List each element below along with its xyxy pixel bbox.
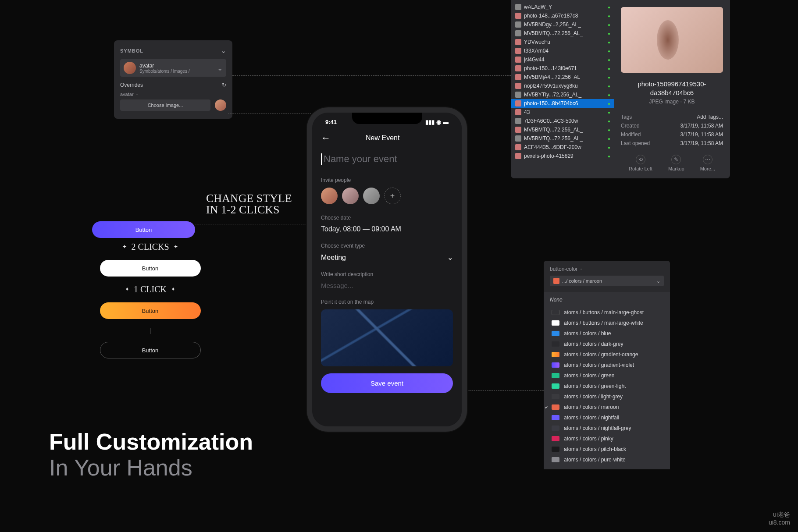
style-name: atoms / colors / pure-white — [564, 457, 626, 463]
rotate-left-button[interactable]: ⟲Rotate Left — [629, 155, 652, 171]
style-option[interactable]: atoms / colors / nightfall — [550, 412, 664, 423]
file-name: MV5BMTQ...72,256_AL_ — [524, 30, 609, 36]
style-option-list: None atoms / buttons / main-large-ghosta… — [544, 292, 670, 469]
style-option[interactable]: atoms / buttons / main-large-ghost — [550, 307, 664, 318]
invitee-avatar[interactable] — [342, 188, 359, 204]
style-option[interactable]: atoms / colors / green-light — [550, 381, 664, 391]
file-row[interactable]: photo-148...a67e187c8● — [511, 11, 614, 20]
file-row[interactable]: noplz47r59v1uxvyg8ku● — [511, 82, 614, 90]
more-icon: ⋯ — [703, 155, 712, 164]
file-row[interactable]: 43● — [511, 108, 614, 117]
invitee-avatar[interactable] — [321, 188, 338, 204]
style-name: atoms / colors / pinky — [564, 436, 613, 442]
color-swatch — [552, 383, 559, 389]
invitee-avatar[interactable] — [363, 188, 380, 204]
description-input[interactable]: Message... — [321, 282, 453, 289]
style-option[interactable]: atoms / colors / pinky — [550, 433, 664, 444]
style-option[interactable]: ✓atoms / colors / maroon — [550, 402, 664, 412]
file-row[interactable]: YDVwucFu● — [511, 38, 614, 46]
selected-style-dropdown[interactable]: .../ colors / maroon ⌄ — [550, 276, 664, 286]
file-icon — [515, 57, 521, 63]
file-row[interactable]: MV5BYTIy...72,256_AL_● — [511, 90, 614, 99]
file-row[interactable]: 7D3FA6C0...4C3-500w● — [511, 117, 614, 125]
meta-val[interactable]: Add Tags... — [697, 114, 723, 120]
preview-fileinfo: JPEG image - 7 KB — [621, 99, 723, 105]
chevron-down-icon[interactable]: ⌄ — [217, 64, 223, 72]
sync-check-icon: ● — [608, 136, 610, 141]
none-option[interactable]: None — [550, 297, 664, 303]
file-row[interactable]: pexels-photo-415829● — [511, 152, 614, 160]
chevron-down-icon[interactable]: ⌄ — [221, 46, 226, 55]
file-row[interactable]: MV5BMjA4...72,256_AL_● — [511, 73, 614, 82]
avatar-thumbnail — [124, 62, 136, 74]
color-swatch — [552, 404, 559, 410]
back-arrow-icon[interactable]: ← — [321, 132, 331, 144]
connector-line — [232, 75, 511, 76]
file-row[interactable]: AEF44435...6DDF-200w● — [511, 143, 614, 152]
file-name: MV5BYTIy...72,256_AL_ — [524, 92, 609, 98]
file-row[interactable]: MV5BMTQ...72,256_AL_● — [511, 125, 614, 134]
symbol-instance-row[interactable]: avatar Symbols/atoms / images / ⌄ — [120, 59, 226, 77]
style-option[interactable]: atoms / colors / dark-grey — [550, 339, 664, 349]
reset-overrides-icon[interactable]: ↻ — [222, 82, 226, 88]
file-name: YDVwucFu — [524, 39, 609, 45]
file-row[interactable]: MV5BMTQ...72,256_AL_● — [511, 29, 614, 38]
meta-val: 3/17/19, 11:58 AM — [680, 140, 723, 146]
file-name: MV5BMTQ...72,256_AL_ — [524, 135, 609, 142]
sample-button-outline[interactable]: Button — [100, 342, 201, 358]
symbol-inspector-panel: SYMBOL ⌄ avatar Symbols/atoms / images /… — [114, 40, 232, 119]
style-option[interactable]: atoms / colors / blue — [550, 328, 664, 339]
sync-check-icon: ● — [608, 128, 610, 132]
file-icon — [515, 21, 521, 28]
sync-check-icon: ● — [608, 154, 610, 159]
sync-check-icon: ● — [608, 101, 610, 106]
choose-image-button[interactable]: Choose Image... — [120, 99, 210, 111]
sync-check-icon: ● — [608, 5, 610, 10]
style-option[interactable]: atoms / colors / gradient-violet — [550, 360, 664, 370]
date-value[interactable]: Today, 08:00 — 09:00 AM — [321, 225, 453, 233]
save-event-button[interactable]: Save event — [321, 373, 453, 393]
event-type-dropdown[interactable]: Meeting ⌄ — [321, 253, 453, 262]
color-swatch — [552, 426, 559, 431]
file-row[interactable]: jsi4Gv44● — [511, 55, 614, 64]
sync-check-icon: ● — [608, 66, 610, 71]
check-icon: ✓ — [545, 404, 549, 410]
file-icon — [515, 135, 521, 142]
annotation-one-click: 1 CLICK — [125, 284, 175, 294]
file-row[interactable]: wALAqW_Y● — [511, 3, 614, 11]
file-row[interactable]: photo-150...8b4704bc6● — [511, 99, 614, 108]
file-icon — [515, 118, 521, 124]
style-option[interactable]: atoms / colors / nightfall-grey — [550, 423, 664, 433]
file-row[interactable]: MV5BNDgy...2,256_AL_● — [511, 20, 614, 29]
headline-secondary: In Your Hands — [49, 454, 253, 481]
component-name: avatar — [139, 63, 189, 69]
file-row[interactable]: t33XAm04● — [511, 46, 614, 55]
style-option[interactable]: atoms / colors / light-grey — [550, 391, 664, 402]
annotation-two-clicks: 2 CLICKS — [122, 242, 178, 252]
style-option[interactable]: atoms / colors / pitch-black — [550, 444, 664, 454]
file-icon — [515, 83, 521, 89]
event-name-input[interactable]: Name your event — [321, 153, 453, 165]
headline-primary: Full Customization — [49, 429, 253, 454]
color-swatch — [552, 331, 559, 336]
style-option[interactable]: atoms / colors / gradient-orange — [550, 349, 664, 360]
style-option[interactable]: atoms / colors / green — [550, 370, 664, 381]
more-button[interactable]: ⋯More... — [700, 155, 715, 171]
file-icon — [515, 39, 521, 45]
overrides-label: Overrides — [120, 82, 143, 88]
sync-check-icon: ● — [608, 40, 610, 45]
style-option[interactable]: atoms / buttons / main-large-white — [550, 318, 664, 328]
status-icons: ▮▮▮ ◉ ▬ — [425, 119, 449, 125]
sample-button-violet[interactable]: Button — [92, 221, 195, 238]
map-preview[interactable] — [321, 309, 453, 366]
add-invitee-button[interactable]: + — [384, 188, 401, 204]
sample-button-orange[interactable]: Button — [100, 302, 201, 319]
markup-button[interactable]: ✎Markup — [668, 155, 684, 171]
sample-button-white[interactable]: Button — [100, 260, 201, 277]
file-row[interactable]: MV5BMTQ...72,256_AL_● — [511, 134, 614, 143]
style-option[interactable]: atoms / colors / pure-white — [550, 454, 664, 465]
date-label: Choose date — [321, 215, 453, 221]
file-name: photo-148...a67e187c8 — [524, 13, 609, 19]
wifi-icon: ◉ — [436, 119, 441, 125]
file-row[interactable]: photo-150...143f0e671● — [511, 64, 614, 73]
